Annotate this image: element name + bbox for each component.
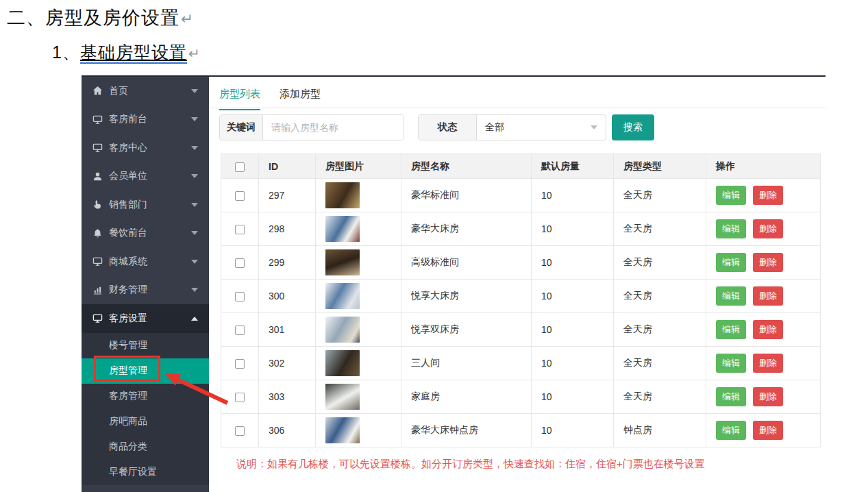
sidebar-subitem-minibar-goods[interactable]: 房吧商品 xyxy=(82,409,209,434)
select-all-checkbox[interactable] xyxy=(235,162,245,172)
table-header-row: ID 房型图片 房型名称 默认房量 房型类型 操作 xyxy=(221,154,821,179)
table-row: 301 悦享双床房 10 全天房 编辑删除 xyxy=(221,313,821,347)
sidebar-subitem-building-mgmt[interactable]: 楼号管理 xyxy=(82,333,209,358)
edit-button[interactable]: 编辑 xyxy=(716,219,746,238)
sidebar-item-mall-system[interactable]: 商城系统 xyxy=(82,247,209,276)
row-checkbox[interactable] xyxy=(235,292,245,302)
edit-button[interactable]: 编辑 xyxy=(716,354,746,373)
room-photo xyxy=(325,350,360,376)
main-content: 房型列表 添加房型 关键词 状态 全部 搜索 ID 房型图片 房型名称 xyxy=(209,77,826,492)
row-checkbox[interactable] xyxy=(235,359,245,369)
desktop-icon xyxy=(92,143,103,153)
sidebar-item-member-units[interactable]: 会员单位 xyxy=(82,162,209,191)
chevron-down-icon xyxy=(191,146,198,150)
cell-type: 钟点房 xyxy=(614,414,706,447)
cell-count: 10 xyxy=(532,380,614,414)
sidebar-subitem-guestroom-mgmt[interactable]: 客房管理 xyxy=(82,384,209,409)
cell-name: 高级标准间 xyxy=(401,246,532,280)
delete-button[interactable]: 删除 xyxy=(753,421,783,440)
sidebar-item-room-center[interactable]: 客房中心 xyxy=(82,134,209,162)
chevron-down-icon xyxy=(191,203,198,207)
bell-icon xyxy=(92,228,103,238)
chevron-down-icon xyxy=(591,125,597,130)
room-photo xyxy=(325,317,360,343)
delete-button[interactable]: 删除 xyxy=(753,219,783,238)
search-button[interactable]: 搜索 xyxy=(612,114,654,140)
row-checkbox[interactable] xyxy=(235,258,245,268)
cell-count: 10 xyxy=(532,347,614,380)
cell-count: 10 xyxy=(532,212,614,246)
cell-count: 10 xyxy=(532,179,614,212)
col-header-image: 房型图片 xyxy=(316,154,401,179)
edit-button[interactable]: 编辑 xyxy=(716,286,746,306)
room-photo xyxy=(325,283,360,309)
cell-id: 301 xyxy=(259,313,316,347)
chevron-down-icon xyxy=(191,260,198,264)
edit-button[interactable]: 编辑 xyxy=(716,186,746,205)
col-header-count: 默认房量 xyxy=(532,154,614,179)
edit-button[interactable]: 编辑 xyxy=(716,387,746,406)
sidebar-item-sales-dept[interactable]: 销售部门 xyxy=(82,190,209,219)
table-row: 297 豪华标准间 10 全天房 编辑删除 xyxy=(221,179,821,212)
desktop-icon xyxy=(92,114,103,125)
status-select[interactable]: 全部 xyxy=(477,115,606,140)
col-header-name: 房型名称 xyxy=(401,154,532,179)
table-row: 306 豪华大床钟点房 10 钟点房 编辑删除 xyxy=(221,414,821,447)
sidebar-item-room-settings[interactable]: 客房设置 xyxy=(82,304,209,333)
cell-id: 298 xyxy=(259,212,316,246)
table-row: 299 高级标准间 10 全天房 编辑删除 xyxy=(221,246,821,280)
sidebar-subitem-breakfast-settings[interactable]: 早餐厅设置 xyxy=(82,460,209,485)
sidebar-item-home[interactable]: 首页 xyxy=(82,77,209,106)
cell-name: 豪华大床房 xyxy=(401,212,532,246)
sidebar-item-room-frontdesk[interactable]: 客房前台 xyxy=(82,106,209,134)
cell-name: 三人间 xyxy=(401,347,532,380)
sidebar-subitem-goods-category[interactable]: 商品分类 xyxy=(82,434,209,460)
cell-id: 302 xyxy=(259,347,316,380)
sidebar: 首页 客房前台 客房中心 会员单位 销售部门 餐饮前台 xyxy=(82,77,209,492)
cell-count: 10 xyxy=(532,280,614,313)
doc-heading-2-underlined: 基础房型设置 xyxy=(80,42,187,64)
note-text: 说明：如果有几栋楼，可以先设置楼栋。如分开订房类型，快速查找如：住宿，住宿+门票… xyxy=(236,458,705,471)
home-icon xyxy=(92,86,103,96)
col-header-ops: 操作 xyxy=(706,154,821,179)
desktop-icon xyxy=(92,313,103,323)
delete-button[interactable]: 删除 xyxy=(753,286,783,306)
cell-type: 全天房 xyxy=(614,212,706,246)
room-photo xyxy=(325,249,360,275)
chevron-down-icon xyxy=(191,117,198,121)
cell-type: 全天房 xyxy=(614,380,706,414)
cell-id: 300 xyxy=(259,280,316,313)
room-photo xyxy=(325,384,360,410)
col-header-type: 房型类型 xyxy=(614,154,706,179)
chevron-up-icon xyxy=(191,317,198,321)
delete-button[interactable]: 删除 xyxy=(753,253,783,272)
cell-name: 豪华标准间 xyxy=(401,179,532,212)
sidebar-subitem-roomtype-mgmt[interactable]: 房型管理 xyxy=(82,358,209,384)
cell-id: 299 xyxy=(259,246,316,280)
edit-button[interactable]: 编辑 xyxy=(716,253,746,272)
cell-type: 全天房 xyxy=(614,179,706,212)
cell-count: 10 xyxy=(532,414,614,447)
row-checkbox[interactable] xyxy=(235,225,245,234)
room-photo xyxy=(325,182,360,208)
row-checkbox[interactable] xyxy=(235,191,245,201)
row-checkbox[interactable] xyxy=(235,426,245,436)
doc-heading-2: 1、基础房型设置↵ xyxy=(52,41,201,64)
delete-button[interactable]: 删除 xyxy=(753,387,783,406)
edit-button[interactable]: 编辑 xyxy=(716,320,746,339)
row-checkbox[interactable] xyxy=(235,393,245,402)
sidebar-item-finance[interactable]: 财务管理 xyxy=(82,276,209,305)
cell-name: 家庭房 xyxy=(401,380,532,414)
sidebar-item-dining-frontdesk[interactable]: 餐饮前台 xyxy=(82,219,209,248)
table-row: 298 豪华大床房 10 全天房 编辑删除 xyxy=(221,212,821,246)
cell-type: 全天房 xyxy=(614,313,706,347)
edit-button[interactable]: 编辑 xyxy=(716,421,746,440)
cell-name: 豪华大床钟点房 xyxy=(401,414,532,447)
keyword-input[interactable] xyxy=(263,115,404,140)
delete-button[interactable]: 删除 xyxy=(753,320,783,339)
table-row: 300 悦享大床房 10 全天房 编辑删除 xyxy=(221,280,821,313)
row-checkbox[interactable] xyxy=(235,325,245,335)
delete-button[interactable]: 删除 xyxy=(753,186,783,205)
delete-button[interactable]: 删除 xyxy=(753,354,783,373)
status-selected-value: 全部 xyxy=(485,121,591,134)
